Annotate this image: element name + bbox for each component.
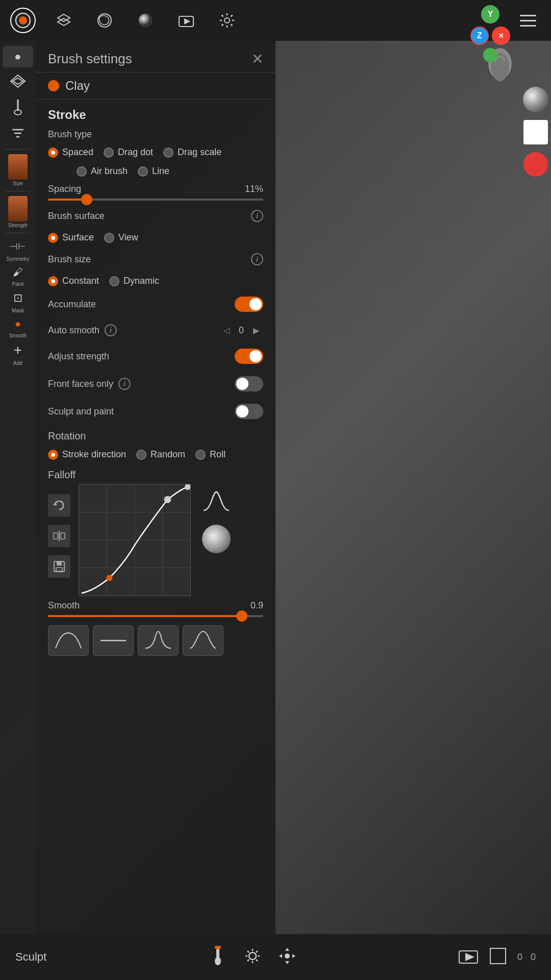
radio-dot-surface [48, 233, 58, 243]
adjust-strength-toggle[interactable] [235, 349, 263, 364]
menu-line-1 [520, 15, 536, 16]
color-swatch-red[interactable] [523, 152, 548, 177]
adjust-strength-row: Adjust strength [36, 342, 276, 370]
falloff-undo-button[interactable] [48, 494, 70, 517]
radio-roll[interactable]: Roll [195, 449, 226, 460]
auto-smooth-info[interactable]: i [105, 324, 117, 336]
svg-point-34 [185, 484, 190, 490]
color-swatch-white[interactable] [523, 120, 548, 144]
radio-stroke-dir[interactable]: Stroke direction [48, 449, 126, 460]
layers-button[interactable] [51, 8, 77, 33]
radio-surface[interactable]: Surface [48, 232, 94, 243]
brush-type-row1: Spaced Drag dot Drag scale [36, 143, 276, 162]
smooth-track[interactable] [48, 615, 263, 617]
sidebar-item-filter[interactable] [3, 122, 33, 144]
bottom-expand-icon[interactable] [489, 947, 507, 967]
sidebar-paint[interactable]: 🖌 Paint [3, 264, 33, 287]
bottom-nums: 0 0 [517, 952, 536, 963]
falloff-split-button[interactable] [48, 525, 70, 547]
spacing-label: Spacing [48, 184, 81, 194]
badge-green[interactable] [483, 48, 497, 62]
radio-constant[interactable]: Constant [48, 276, 99, 286]
bottom-camera-icon[interactable] [458, 948, 479, 966]
svg-marker-46 [465, 953, 474, 961]
radio-dot-dragdot [104, 148, 114, 158]
radio-label-spaced: Spaced [62, 147, 93, 158]
sidebar-add[interactable]: + Add [3, 341, 33, 366]
record-button[interactable] [10, 8, 36, 33]
radio-label-surface: Surface [62, 232, 94, 243]
radio-dynamic[interactable]: Dynamic [109, 276, 159, 286]
sidebar-item-topology[interactable] [3, 70, 33, 92]
top-toolbar [0, 0, 551, 41]
radio-dragdot[interactable]: Drag dot [104, 147, 153, 158]
sculpt-paint-label: Sculpt and paint [48, 406, 114, 417]
accumulate-thumb [249, 298, 262, 310]
radio-airbrush[interactable]: Air brush [77, 166, 128, 177]
radio-label-constant: Constant [62, 276, 99, 286]
materials-button[interactable] [92, 8, 117, 33]
sidebar-symmetry[interactable]: ⊣⊢ Symmetry [3, 238, 33, 262]
bottom-brush-icon[interactable] [207, 945, 229, 969]
preset-thumb-3[interactable] [138, 625, 179, 656]
camera-button[interactable] [173, 8, 199, 33]
adjust-strength-thumb [249, 350, 262, 362]
brush-size-info[interactable]: i [251, 253, 263, 265]
radio-line[interactable]: Line [138, 166, 169, 177]
num-badge-1: 0 [517, 952, 522, 963]
brush-panel: Brush settings ✕ Clay Stroke Brush type … [36, 41, 276, 934]
badge-y[interactable]: Y [481, 5, 499, 23]
preset-thumb-2[interactable] [93, 625, 134, 656]
sidebar-item-dot[interactable]: ● [3, 46, 33, 67]
falloff-controls [48, 484, 70, 578]
sidebar-smooth[interactable]: ● Smooth [3, 316, 33, 338]
preset-thumb-4[interactable] [183, 625, 223, 656]
panel-close-button[interactable]: ✕ [252, 52, 263, 66]
settings-button[interactable] [214, 8, 240, 33]
brush-surface-info[interactable]: i [251, 210, 263, 222]
sidebar-mask[interactable]: ⊡ Mask [3, 289, 33, 313]
bottom-move-icon[interactable] [276, 945, 298, 969]
auto-smooth-right-arrow[interactable]: ▶ [249, 323, 263, 337]
brush-surface-options: Surface View [36, 228, 276, 247]
radio-spaced[interactable]: Spaced [48, 147, 93, 158]
accumulate-toggle[interactable] [235, 297, 263, 312]
svg-marker-13 [13, 78, 23, 84]
sidebar-item-brush[interactable] [3, 95, 33, 119]
spacing-thumb[interactable] [81, 194, 92, 205]
paint-label: Paint [12, 281, 24, 287]
front-faces-toggle[interactable] [235, 376, 263, 391]
radio-dragscale[interactable]: Drag scale [163, 147, 221, 158]
sidebar-divider [5, 149, 31, 150]
sphere-preview[interactable] [523, 87, 548, 112]
badge-z[interactable]: Z [470, 27, 489, 45]
strength-label: Strength [8, 223, 28, 228]
radio-view[interactable]: View [104, 232, 138, 243]
sidebar-strength[interactable]: Strength [3, 196, 33, 228]
svg-rect-36 [215, 946, 221, 949]
brush-type-row2: Air brush Line [36, 162, 276, 181]
auto-smooth-left-arrow[interactable]: ◁ [219, 323, 234, 337]
bottom-toolbar: Sculpt [0, 934, 551, 980]
svg-marker-43 [279, 954, 282, 958]
falloff-canvas[interactable] [79, 484, 191, 596]
bottom-settings-icon[interactable] [241, 945, 264, 969]
front-faces-thumb [236, 378, 248, 390]
sculpt-paint-toggle[interactable] [235, 404, 263, 419]
svg-rect-47 [490, 948, 506, 964]
smooth-thumb[interactable] [236, 610, 247, 622]
falloff-preview-ball[interactable] [202, 525, 231, 553]
badge-x[interactable]: ✕ [492, 27, 510, 45]
sphere-button[interactable] [133, 8, 158, 33]
menu-button[interactable] [515, 8, 541, 33]
svg-marker-42 [285, 961, 289, 964]
preset-thumb-1[interactable] [48, 625, 89, 656]
radio-dot-spaced [48, 148, 58, 158]
falloff-save-button[interactable] [48, 555, 70, 578]
spacing-track[interactable] [48, 199, 263, 201]
sidebar-size[interactable]: Size [3, 154, 33, 186]
front-faces-info[interactable]: i [118, 378, 131, 390]
radio-random[interactable]: Random [136, 449, 185, 460]
radio-dot-line [138, 166, 148, 177]
falloff-bell-icon[interactable] [199, 489, 234, 518]
